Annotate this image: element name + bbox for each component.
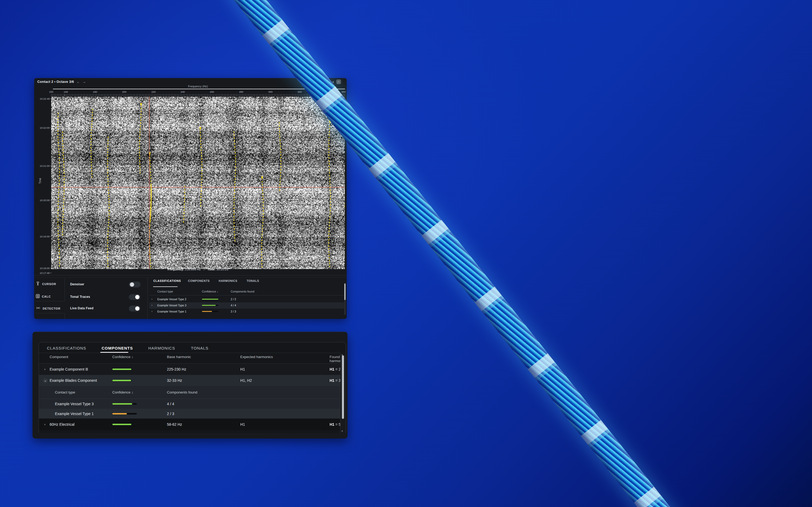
- tool-label: CURSOR: [42, 282, 56, 286]
- mini-sort-confidence[interactable]: Confidence ↓: [202, 290, 218, 293]
- base-harmonic-value: 58-62 Hz: [167, 422, 182, 427]
- toggle-label: Tonal Traces: [70, 295, 90, 299]
- mini-table-scrollbar[interactable]: [344, 283, 346, 315]
- x-tick: 320: [298, 90, 302, 93]
- x-tick: 160: [64, 90, 68, 93]
- sort-confidence-header[interactable]: Confidence ↓: [112, 355, 133, 359]
- status-frequency-label: Frequency:: [168, 268, 184, 271]
- cursor-antenna-icon: [36, 282, 40, 287]
- collapse-chevron-icon[interactable]: ⌄: [43, 378, 48, 383]
- expand-chevron-icon[interactable]: ›: [151, 297, 152, 300]
- components-table-header: ComponentConfidence ↓Base harmonicExpect…: [39, 355, 346, 363]
- x-tick: 300: [268, 90, 272, 93]
- components-scrollbar[interactable]: ▴ ▾: [340, 353, 346, 433]
- tool-tabs: CURSORCALCDETECTOR: [34, 277, 66, 319]
- detector-wave-icon: [36, 306, 41, 311]
- x-tick: 280: [239, 90, 243, 93]
- spectrogram-plot[interactable]: [51, 97, 345, 269]
- mini-column-header: Contact type: [157, 290, 173, 293]
- nested-table-header: Contact typeConfidence ↓Components found: [39, 386, 346, 399]
- mini-table-row[interactable]: ›Example Vessel Type 12 / 3: [149, 308, 344, 315]
- components-found-value: 4 / 4: [167, 402, 174, 406]
- base-harmonic-value: 32-33 Hz: [167, 378, 182, 383]
- confidence-bar: [202, 305, 218, 306]
- tab-components[interactable]: COMPONENTS: [102, 346, 133, 350]
- tab-harmonics[interactable]: HARMONICS: [148, 346, 175, 350]
- mini-tab-tonals[interactable]: TONALS: [247, 279, 259, 282]
- toggle-label: Live Data Feed: [70, 306, 94, 310]
- x-tick: 180: [93, 90, 97, 93]
- y-tick: 10:20:00: [40, 199, 50, 202]
- next-octave-button[interactable]: →: [83, 80, 86, 83]
- y-tick: 10:21:00: [40, 164, 50, 167]
- component-name: 60Hz Electrical: [50, 422, 74, 427]
- grid-view-icon[interactable]: [337, 80, 341, 84]
- tool-label: DETECTOR: [43, 307, 60, 310]
- components-panel: CLASSIFICATIONSCOMPONENTSHARMONICSTONALS…: [33, 332, 348, 439]
- x-tick-ruler: [51, 94, 345, 96]
- toggle-row: Live Data Feed: [70, 305, 145, 312]
- toggle-label: Denoiser: [70, 282, 84, 286]
- toggle-tonal-traces[interactable]: [129, 294, 141, 300]
- confidence-bar: [202, 311, 218, 312]
- contact-type-label: Example Vessel Type 2: [157, 297, 187, 301]
- tool-label: CALC: [42, 295, 51, 298]
- nested-contact-row[interactable]: Example Vessel Type 12 / 3: [39, 409, 346, 418]
- nested-column-header: Components found: [167, 390, 197, 394]
- mini-tab-harmonics[interactable]: HARMONICS: [219, 279, 237, 282]
- x-tick-labels: 150160180200220240260280300320340350: [51, 90, 345, 94]
- tool-tab-detector[interactable]: DETECTOR: [36, 304, 63, 313]
- cursor-status-bar: Frequency: 216.859 Hz – Time: 10:20:25: [51, 268, 345, 271]
- status-time-value: 10:20:25: [216, 268, 228, 271]
- confidence-bar: [112, 413, 137, 414]
- tab-classifications[interactable]: CLASSIFICATIONS: [47, 346, 86, 350]
- mini-tab-classifications[interactable]: CLASSIFICATIONS: [153, 279, 181, 282]
- confidence-bar: [202, 299, 218, 300]
- component-row[interactable]: ›Example Component B225-230 HzH1H1 = 227…: [39, 364, 346, 375]
- x-tick: 260: [210, 90, 214, 93]
- mini-results-table: CLASSIFICATIONSCOMPONENTSHARMONICSTONALS…: [149, 278, 347, 318]
- component-row[interactable]: ›60Hz Electrical58-62 HzH1H1 = 59.393 Hz: [39, 418, 346, 430]
- scroll-down-icon[interactable]: ▾: [342, 430, 343, 433]
- x-tick: 150: [49, 90, 53, 93]
- expand-chevron-icon[interactable]: ›: [151, 310, 152, 313]
- components-found-value: 4 / 4: [231, 304, 236, 307]
- nested-contact-row[interactable]: Example Vessel Type 34 / 4: [39, 399, 346, 409]
- mini-tab-components[interactable]: COMPONENTS: [188, 279, 210, 282]
- expected-harmonics-value: H1, H2: [240, 378, 252, 383]
- y-tick-labels: 10:22:4810:22:0010:21:0010:20:0010:19:00…: [34, 78, 50, 277]
- y-tick: 10:22:48: [40, 97, 50, 100]
- component-row[interactable]: ⌄Example Blades Component32-33 HzH1, H2H…: [39, 375, 346, 386]
- contact-type-label: Example Vessel Type 3: [157, 304, 187, 307]
- column-header: Base harmonic: [167, 355, 191, 359]
- component-name: Example Component B: [50, 367, 88, 372]
- nested-sort-confidence[interactable]: Confidence ↓: [112, 390, 133, 394]
- y-tick: 10:18:00: [40, 267, 50, 270]
- toggle-denoiser[interactable]: [129, 282, 141, 287]
- nested-column-header: Contact type: [55, 390, 75, 394]
- mini-table-row[interactable]: ›Example Vessel Type 34 / 4: [149, 302, 344, 308]
- components-found-value: 2 / 3: [167, 412, 174, 416]
- tab-tonals[interactable]: TONALS: [191, 346, 208, 350]
- scrollbar-thumb[interactable]: [342, 355, 344, 419]
- expand-chevron-icon[interactable]: ›: [151, 304, 152, 307]
- y-tick: 10:22:00: [40, 126, 50, 129]
- components-card: CLASSIFICATIONSCOMPONENTSHARMONICSTONALS…: [39, 342, 346, 433]
- expand-chevron-icon[interactable]: ›: [44, 367, 45, 371]
- toggle-live-data-feed[interactable]: [129, 305, 141, 312]
- prev-octave-button[interactable]: ←: [77, 80, 80, 83]
- contact-type-label: Example Vessel Type 1: [157, 310, 187, 313]
- tool-tab-calc[interactable]: CALC: [36, 292, 63, 300]
- x-tick: 200: [122, 90, 126, 93]
- active-tab-underline: [153, 286, 177, 287]
- expand-chevron-icon[interactable]: ›: [44, 422, 45, 426]
- x-tick: 240: [181, 90, 185, 93]
- tool-tab-cursor[interactable]: CURSOR: [36, 280, 63, 288]
- contact-type-name: Example Vessel Type 3: [55, 402, 94, 406]
- status-frequency-value: 216.859 Hz: [185, 268, 201, 271]
- toggle-row: Tonal Traces: [70, 294, 145, 300]
- base-harmonic-value: 225-230 Hz: [167, 367, 186, 372]
- component-name: Example Blades Component: [50, 378, 97, 383]
- y-tick: 10:17:48: [40, 272, 50, 274]
- mini-table-row[interactable]: ›Example Vessel Type 22 / 2: [149, 296, 344, 302]
